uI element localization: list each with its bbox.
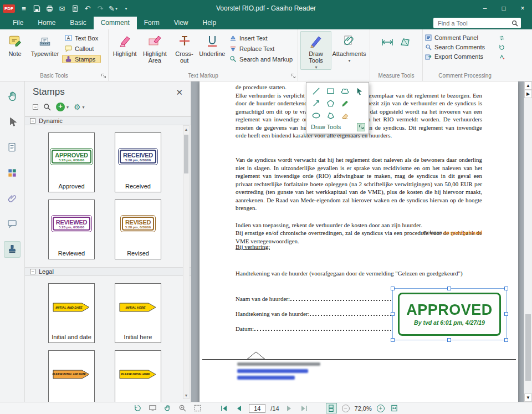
pen-tool-icon[interactable]: ✎▾	[108, 3, 119, 14]
polygon-line-tool-icon[interactable]	[323, 109, 337, 121]
last-page-button[interactable]	[299, 403, 309, 413]
tab-form[interactable]: Form	[137, 17, 167, 29]
stamp-settings-button[interactable]: ⚙▾	[74, 103, 85, 111]
hand-tool-button[interactable]	[4, 88, 21, 105]
stamp-item-received[interactable]: RECEIVED5:28 pm, 6/30/06 Received	[115, 132, 161, 192]
first-page-button[interactable]	[219, 403, 229, 413]
line-tool-icon[interactable]	[309, 85, 323, 97]
insert-text-button[interactable]: Insert Text	[227, 34, 295, 42]
export-comments-button[interactable]: Export Comments	[425, 53, 505, 60]
scroll-up-icon[interactable]: ▲	[183, 126, 189, 132]
tab-comment[interactable]: Comment	[94, 17, 137, 29]
resize-handle-ne[interactable]	[504, 287, 508, 290]
comment-panel-button[interactable]: Comment Panel	[425, 34, 505, 41]
expand-right-panel-button[interactable]: ▶	[524, 90, 532, 98]
collapse-section-icon[interactable]: −	[30, 269, 35, 274]
measure-area-icon[interactable]	[399, 37, 411, 47]
draw-tools-button[interactable]: Draw Tools ▾	[300, 31, 331, 70]
zoom-level-label[interactable]: 72,0%	[355, 405, 372, 412]
stamp-item-revised[interactable]: REVISED5:28 pm, 6/30/06 Revised	[115, 200, 161, 259]
zoom-in-button[interactable]: +	[377, 405, 385, 412]
tab-home[interactable]: Home	[30, 17, 63, 29]
minimize-button[interactable]: –	[475, 0, 494, 17]
resize-handle-sw[interactable]	[391, 338, 395, 342]
replace-text-button[interactable]: Replace Text	[227, 44, 295, 53]
find-a-tool-input[interactable]	[438, 20, 509, 27]
select-annotation-tool-icon[interactable]	[352, 85, 366, 97]
comment-row-action-icon[interactable]	[499, 54, 505, 60]
rectangle-tool-icon[interactable]	[323, 85, 337, 97]
save-icon[interactable]	[31, 3, 42, 14]
scrollbar-thumb[interactable]	[525, 314, 531, 381]
page-number-input[interactable]	[249, 404, 265, 413]
menu-icon[interactable]: ≡	[18, 3, 29, 14]
find-a-tool-box[interactable]	[433, 18, 521, 28]
stamp-item-reviewed[interactable]: REVIEWED5:28 pm, 6/30/06 Reviewed	[48, 200, 95, 259]
scroll-down-button[interactable]: ▼	[524, 393, 532, 402]
scroll-up-button[interactable]: ▲	[524, 81, 532, 90]
scroll-down-icon[interactable]: ▼	[183, 392, 189, 398]
stamps-button[interactable]: Stamps	[62, 55, 101, 63]
rotate-view-icon[interactable]	[132, 403, 142, 413]
zoom-select-icon[interactable]	[177, 403, 187, 413]
note-button[interactable]: Note	[2, 31, 28, 57]
arrow-tool-icon[interactable]	[309, 97, 323, 109]
close-button[interactable]: ×	[513, 0, 532, 17]
customize-toolbar-icon[interactable]: ▾	[120, 3, 131, 14]
stamp-item-initial-and-date[interactable]: INITIAL AND DATE Initial and date	[48, 283, 95, 343]
maximize-button[interactable]: □	[494, 0, 513, 17]
fit-width-button[interactable]	[390, 403, 400, 413]
search-comments-button[interactable]: Search Comments	[425, 44, 505, 50]
resize-handle-w[interactable]	[391, 312, 395, 316]
text-box-button[interactable]: Text Box	[62, 34, 101, 42]
zoom-out-button[interactable]: −	[342, 405, 350, 412]
stamp-item-please-initial-and-date[interactable]: PLEASE INITIAL AND DATE	[48, 350, 95, 402]
select-tool-button[interactable]	[4, 114, 21, 130]
search-stamps-icon[interactable]	[43, 103, 51, 111]
pan-tool-icon[interactable]	[162, 403, 172, 413]
pencil-tool-icon[interactable]	[337, 97, 352, 109]
continuous-view-button[interactable]	[326, 403, 337, 413]
resize-handle-e[interactable]	[504, 312, 508, 316]
search-icon[interactable]	[511, 20, 518, 27]
tab-help[interactable]: Help	[196, 17, 224, 29]
eraser-tool-icon[interactable]	[337, 109, 352, 121]
approved-stamp[interactable]: APPROVED By tvd at 6:01 pm, 4/27/19	[398, 293, 501, 336]
attach-file-icon[interactable]	[69, 3, 80, 14]
cross-out-button[interactable]: Cross-out	[171, 31, 197, 64]
draw-tools-launcher-icon[interactable]	[357, 123, 365, 131]
section-header-legal[interactable]: − Legal	[25, 267, 191, 276]
resize-handle-se[interactable]	[504, 338, 508, 342]
comment-row-action-icon[interactable]	[499, 35, 505, 41]
resize-handle-n[interactable]	[447, 287, 451, 290]
highlight-button[interactable]: Highlight	[111, 31, 139, 57]
tab-file[interactable]: File	[6, 17, 30, 29]
next-page-button[interactable]	[284, 403, 294, 413]
previous-page-button[interactable]	[234, 403, 244, 413]
text-markup-launcher-icon[interactable]	[290, 73, 296, 79]
stamp-item-initial-here[interactable]: INITIAL HERE Initial here	[115, 283, 161, 343]
cloud-tool-icon[interactable]	[337, 85, 352, 97]
attachments-button[interactable]: Attachments ▾	[331, 31, 367, 63]
highlight-area-button[interactable]: Highlight Area	[139, 31, 171, 64]
email-icon[interactable]: ✉	[57, 3, 68, 14]
collapse-all-icon[interactable]: −	[33, 104, 38, 110]
typewriter-button[interactable]: Typewriter	[28, 31, 62, 57]
attachments-panel-button[interactable]	[4, 190, 21, 207]
underline-button[interactable]: Underline	[198, 31, 227, 57]
tab-basic[interactable]: Basic	[63, 17, 93, 29]
resize-handle-s[interactable]	[447, 338, 451, 342]
undo-icon[interactable]: ↶	[82, 3, 93, 14]
tab-view[interactable]: View	[167, 17, 196, 29]
stamp-item-please-initial-here[interactable]: PLEASE INITIAL HERE	[115, 350, 161, 402]
document-scrollbar[interactable]: ▲ ▶ ▼	[524, 81, 532, 402]
panel-scrollbar[interactable]: ▲ ▼	[183, 125, 190, 399]
bookmarks-panel-button[interactable]	[4, 139, 21, 156]
add-stamp-button[interactable]: +▾	[56, 103, 69, 111]
stamps-panel-button[interactable]	[4, 241, 21, 258]
resize-handle-nw[interactable]	[391, 287, 395, 290]
collapse-section-icon[interactable]: −	[30, 118, 35, 124]
comments-panel-button[interactable]	[4, 216, 21, 232]
close-panel-icon[interactable]: ✕	[176, 88, 183, 96]
print-icon[interactable]	[44, 3, 55, 14]
